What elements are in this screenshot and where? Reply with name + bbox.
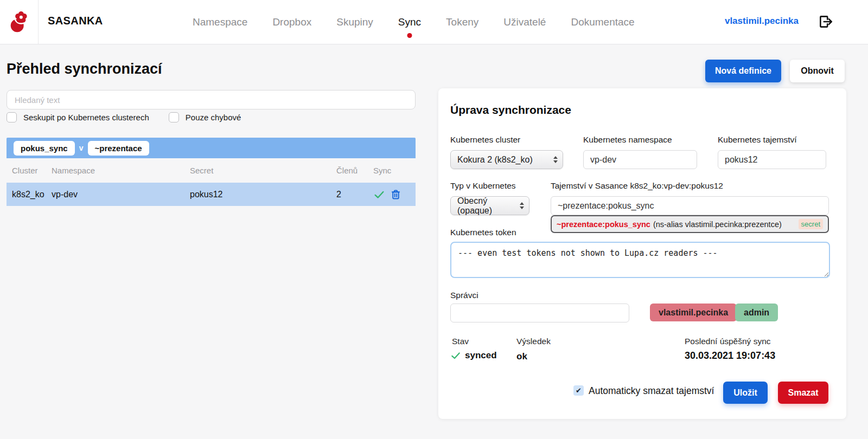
sasanka-secret-label: Tajemství v Sasance k8s2_ko:vp-dev:pokus… xyxy=(551,181,829,191)
admin-user-chip[interactable]: vlastimil.pecinka xyxy=(650,304,737,321)
k8s-secret-input[interactable] xyxy=(718,150,826,169)
nav-item-tokeny[interactable]: Tokeny xyxy=(446,16,478,28)
cluster-select[interactable]: Kokura 2 (k8s2_ko) xyxy=(450,150,563,169)
type-select[interactable]: Obecný (opaque) xyxy=(450,196,529,215)
nav-item-uzivatele[interactable]: Uživatelé xyxy=(503,16,546,28)
secret-type-badge: secret xyxy=(799,219,823,229)
table-row[interactable]: k8s2_ko vp-dev pokus12 2 xyxy=(7,183,416,206)
auto-delete-label: Automaticky smazat tajemství xyxy=(589,385,714,397)
brand-name: SASANKA xyxy=(48,15,103,27)
status-text: synced xyxy=(465,350,497,361)
select-stepper-icon xyxy=(548,156,558,163)
col-cluster: Cluster xyxy=(12,166,52,175)
cluster-select-value: Kokura 2 (k8s2_ko) xyxy=(457,155,533,165)
token-label: Kubernetes token xyxy=(450,228,516,237)
sasanka-logo-icon[interactable] xyxy=(7,10,32,35)
result-label: Výsledek xyxy=(516,337,551,346)
page-title: Přehled synchronizací xyxy=(7,61,162,78)
user-menu-link[interactable]: vlastimil.pecinka xyxy=(725,16,799,27)
edit-sync-panel: Úprava synchronizace Kubernetes cluster … xyxy=(438,88,846,419)
status-label: Stav xyxy=(452,337,469,346)
namespace-label: Kubernetes namespace xyxy=(583,135,697,145)
token-textarea[interactable]: --- even test tokens not shown to Lupa.c… xyxy=(450,242,830,278)
search-input[interactable] xyxy=(7,90,416,109)
errors-only-label: Pouze chybové xyxy=(186,113,241,122)
group-separator: v xyxy=(79,144,84,152)
table-column-headers: Cluster Namespace Secret Členů Sync xyxy=(7,158,416,183)
group-by-cluster-label: Seskupit po Kubernetes clusterech xyxy=(23,113,149,122)
group-by-cluster-checkbox[interactable] xyxy=(7,112,17,122)
suggestion-name: ~prezentace:pokus_sync xyxy=(557,220,650,229)
delete-sync-trash-icon[interactable] xyxy=(390,189,401,201)
row-cluster: k8s2_ko xyxy=(12,190,52,199)
col-sync: Sync xyxy=(373,166,416,175)
save-button[interactable]: Uložit xyxy=(723,382,768,404)
admins-label: Správci xyxy=(450,290,478,300)
namespace-input[interactable] xyxy=(583,150,697,169)
col-secret: Secret xyxy=(190,166,336,175)
last-sync-value: 30.03.2021 19:07:43 xyxy=(685,350,775,361)
delete-button[interactable]: Smazat xyxy=(778,382,828,404)
secret-suggestion-item[interactable]: ~prezentace:pokus_sync (ns-alias vlastim… xyxy=(551,215,829,233)
admin-role-chip: admin xyxy=(735,304,778,321)
sync-namespace-badge: ~prezentace xyxy=(88,141,149,156)
col-namespace: Namespace xyxy=(52,166,190,175)
sasanka-secret-input[interactable] xyxy=(551,196,829,215)
nav-item-dokumentace[interactable]: Dokumentace xyxy=(571,16,634,28)
type-label: Typ v Kubernetes xyxy=(450,181,529,191)
nav-item-namespace[interactable]: Namespace xyxy=(193,16,247,28)
nav-item-skupiny[interactable]: Skupiny xyxy=(336,16,373,28)
last-sync-label: Poslední úspěšný sync xyxy=(685,337,771,346)
type-select-value: Obecný (opaque) xyxy=(457,196,514,216)
suggestion-detail: (ns-alias vlastimil.pecinka:prezentce) xyxy=(653,220,782,229)
main-navigation: Namespace Dropbox Skupiny Sync Tokeny Už… xyxy=(193,0,635,44)
status-check-icon xyxy=(450,350,461,361)
col-members: Členů xyxy=(336,166,373,175)
row-namespace: vp-dev xyxy=(52,190,190,199)
synced-check-icon xyxy=(373,189,385,201)
row-members: 2 xyxy=(336,190,373,199)
result-value: ok xyxy=(516,351,527,362)
top-nav: SASANKA Namespace Dropbox Skupiny Sync T… xyxy=(0,0,868,44)
sync-name-badge: pokus_sync xyxy=(14,141,75,156)
sync-group-header[interactable]: pokus_sync v ~prezentace xyxy=(7,138,416,158)
k8s-secret-label: Kubernetes tajemství xyxy=(718,135,826,145)
cluster-label: Kubernetes cluster xyxy=(450,135,563,145)
panel-title: Úprava synchronizace xyxy=(450,104,571,117)
new-definition-button[interactable]: Nová definice xyxy=(705,60,781,82)
admins-input[interactable] xyxy=(450,304,629,322)
status-value: synced xyxy=(450,350,497,361)
filter-row: Seskupit po Kubernetes clusterech Pouze … xyxy=(7,112,241,122)
errors-only-checkbox[interactable] xyxy=(169,112,179,122)
sync-table: pokus_sync v ~prezentace Cluster Namespa… xyxy=(7,138,416,206)
nav-item-dropbox[interactable]: Dropbox xyxy=(272,16,311,28)
select-stepper-icon xyxy=(514,202,524,209)
row-secret: pokus12 xyxy=(190,190,336,199)
logout-icon[interactable] xyxy=(818,14,834,30)
nav-item-sync[interactable]: Sync xyxy=(398,16,421,28)
nav-item-sync-label: Sync xyxy=(398,16,421,28)
refresh-button[interactable]: Obnovit xyxy=(790,60,845,82)
active-tab-indicator xyxy=(407,33,412,38)
auto-delete-checkbox[interactable] xyxy=(573,385,584,396)
nav-divider xyxy=(38,0,39,44)
